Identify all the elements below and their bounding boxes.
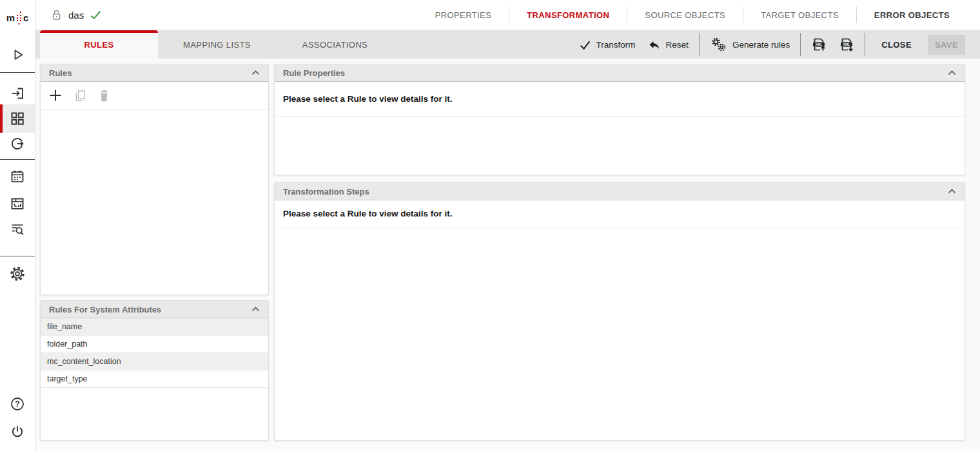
scheduler-icon[interactable] [0, 162, 35, 191]
logo-dots-icon [15, 11, 23, 25]
xml-export-button[interactable]: XML [837, 37, 856, 52]
rule-properties-panel: Rule Properties Please select a Rule to … [274, 64, 965, 175]
xml-import-icon: XML [811, 37, 827, 52]
attribute-row-folder-path[interactable]: folder_path [41, 336, 268, 353]
reports-icon[interactable] [0, 189, 35, 218]
system-attributes-title: Rules For System Attributes [49, 305, 161, 314]
dashboard-grid-icon[interactable] [0, 104, 35, 133]
rules-panel: Rules [40, 64, 269, 295]
sidebar-divider [0, 159, 35, 160]
settings-icon[interactable] [0, 260, 35, 288]
document-name: das [68, 10, 84, 21]
transformation-steps-title: Transformation Steps [283, 187, 369, 197]
generate-rules-button[interactable]: Generate rules [708, 37, 792, 52]
unlock-icon [50, 8, 63, 21]
sidebar-divider [0, 256, 35, 256]
reset-label: Reset [666, 40, 689, 50]
svg-text:XML: XML [843, 43, 851, 46]
xml-export-icon: XML [839, 37, 854, 52]
gears-icon [710, 37, 727, 52]
app-sidebar: m c [0, 0, 35, 451]
svg-text:XML: XML [816, 43, 823, 46]
tab-target-objects[interactable]: TARGET OBJECTS [743, 10, 856, 20]
tab-rules[interactable]: RULES [40, 30, 158, 59]
transformation-steps-panel: Transformation Steps Please select a Rul… [274, 182, 965, 441]
close-button[interactable]: CLOSE [874, 40, 919, 50]
toolbar-divider [699, 33, 700, 56]
logo-letter-m: m [6, 12, 15, 23]
rules-panel-header: Rules [41, 64, 268, 82]
xml-import-button[interactable]: XML [809, 37, 828, 52]
undo-icon [648, 39, 661, 50]
transformation-steps-empty-message: Please select a Rule to view details for… [275, 200, 965, 227]
help-icon[interactable]: ? [0, 390, 35, 418]
transform-label: Transform [596, 40, 636, 50]
check-icon [579, 39, 591, 50]
app-logo: m c [0, 0, 35, 35]
attribute-row-target-type[interactable]: target_type [41, 370, 268, 388]
rules-actions-bar [41, 82, 268, 110]
import-icon[interactable] [0, 79, 35, 108]
logo-letter-c: c [23, 12, 28, 23]
collapse-chevron-icon[interactable] [251, 307, 260, 312]
save-button[interactable]: SAVE [928, 35, 965, 55]
reset-button[interactable]: Reset [646, 39, 691, 50]
rules-toolbar: Transform Reset Generate rules [577, 30, 965, 59]
tab-properties[interactable]: PROPERTIES [418, 10, 509, 20]
tab-mapping-lists[interactable]: MAPPING LISTS [158, 30, 276, 59]
delete-rule-button[interactable] [98, 89, 110, 102]
power-icon[interactable] [0, 417, 35, 446]
tab-associations[interactable]: ASSOCIATIONS [276, 30, 394, 59]
tab-error-objects[interactable]: ERROR OBJECTS [857, 10, 967, 20]
document-info: das [50, 8, 102, 21]
rules-panel-title: Rules [49, 68, 72, 78]
system-attributes-header: Rules For System Attributes [41, 301, 268, 318]
transform-button[interactable]: Transform [577, 39, 638, 50]
toolbar-divider [865, 33, 865, 56]
rules-list-empty-area [41, 110, 268, 294]
rules-tab-strip: RULES MAPPING LISTS ASSOCIATIONS [40, 30, 394, 59]
rule-properties-title: Rule Properties [283, 68, 345, 78]
svg-text:?: ? [15, 399, 19, 408]
log-search-icon[interactable] [0, 215, 35, 244]
rule-properties-empty-message: Please select a Rule to view details for… [275, 82, 965, 117]
title-bar: das PROPERTIES TRANSFORMATION SOURCE OBJ… [35, 0, 980, 30]
transformation-subheader: RULES MAPPING LISTS ASSOCIATIONS Transfo… [35, 30, 980, 59]
run-icon[interactable] [0, 41, 35, 69]
attribute-row-file-name[interactable]: file_name [41, 318, 268, 336]
main-nav-tabs: PROPERTIES TRANSFORMATION SOURCE OBJECTS… [418, 7, 967, 23]
attribute-row-mc-content-location[interactable]: mc_content_location [41, 353, 268, 370]
export-icon[interactable] [0, 130, 35, 158]
tab-transformation[interactable]: TRANSFORMATION [509, 10, 627, 20]
collapse-chevron-icon[interactable] [251, 70, 260, 75]
collapse-chevron-icon[interactable] [948, 189, 956, 194]
system-attributes-panel: Rules For System Attributes file_name fo… [40, 300, 269, 441]
rule-properties-header: Rule Properties [275, 64, 965, 82]
generate-rules-label: Generate rules [732, 40, 790, 50]
toolbar-divider [800, 33, 801, 56]
tab-source-objects[interactable]: SOURCE OBJECTS [627, 10, 743, 20]
add-rule-button[interactable] [48, 88, 63, 102]
green-check-icon [90, 10, 102, 20]
sidebar-divider [0, 72, 35, 73]
copy-rule-button[interactable] [74, 89, 87, 102]
collapse-chevron-icon[interactable] [948, 70, 956, 75]
transformation-steps-header: Transformation Steps [275, 183, 965, 200]
